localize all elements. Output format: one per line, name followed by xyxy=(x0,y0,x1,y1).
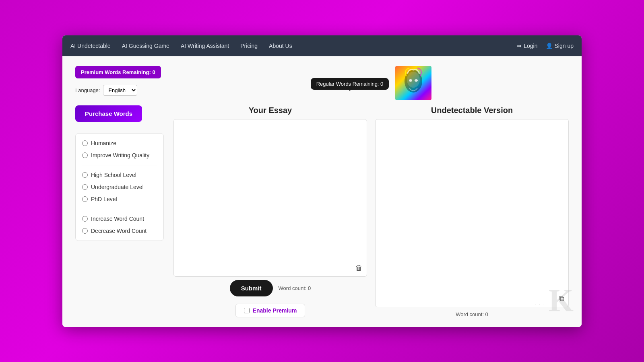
option-increase-word-count-label: Increase Word Count xyxy=(91,216,144,222)
option-high-school[interactable]: High School Level xyxy=(82,172,157,178)
nav-right: ⇒ Login 👤 Sign up xyxy=(517,43,574,49)
logo-svg xyxy=(395,66,431,100)
option-humanize[interactable]: Humanize xyxy=(82,140,157,146)
option-undergraduate-label: Undergraduate Level xyxy=(91,184,144,190)
login-label: Login xyxy=(524,43,537,49)
essay-editor-box: 🗑 xyxy=(173,119,367,277)
purchase-words-button[interactable]: Purchase Words xyxy=(75,105,142,122)
enable-premium-row: Enable Premium xyxy=(235,304,305,317)
premium-words-badge: Premium Words Remaining: 0 xyxy=(75,66,161,78)
nav-ai-guessing-game[interactable]: AI Guessing Game xyxy=(122,43,169,49)
main-content: Premium Words Remaining: 0 Language: Eng… xyxy=(62,56,582,327)
copy-icon[interactable]: ⧉ xyxy=(559,294,564,303)
signup-label: Sign up xyxy=(555,43,574,49)
option-decrease-word-count-label: Decrease Word Count xyxy=(91,228,147,234)
radio-increase-word-count[interactable] xyxy=(82,216,88,222)
undetectable-editor-box: ⧉ xyxy=(375,119,569,307)
language-row: Language: English Spanish French German xyxy=(75,85,164,96)
regular-words-badge: Regular Words Remaining: 0 xyxy=(311,78,389,90)
divider-1 xyxy=(82,165,157,165)
option-increase-word-count[interactable]: Increase Word Count xyxy=(82,216,157,222)
undetectable-textarea[interactable] xyxy=(379,123,565,304)
navbar: AI Undetectable AI Guessing Game AI Writ… xyxy=(62,35,582,56)
option-improve-writing[interactable]: Improve Writing Quality xyxy=(82,152,157,158)
enable-premium-label: Enable Premium xyxy=(253,307,297,314)
radio-high-school[interactable] xyxy=(82,172,88,178)
radio-decrease-word-count[interactable] xyxy=(82,228,88,234)
editors-row: Your Essay 🗑 Submit Word count: 0 Enable… xyxy=(173,106,569,317)
svg-point-2 xyxy=(407,72,420,88)
enable-premium-checkbox[interactable] xyxy=(244,308,250,313)
undetectable-column: Undetectable Version ⧉ Word count: 0 xyxy=(375,106,569,317)
signup-icon: 👤 xyxy=(546,43,553,49)
language-label: Language: xyxy=(75,87,100,93)
submit-button[interactable]: Submit xyxy=(230,280,273,296)
option-improve-writing-label: Improve Writing Quality xyxy=(91,152,149,158)
header-area: Regular Words Remaining: 0 xyxy=(311,66,432,102)
undetectable-word-count: Word count: 0 xyxy=(375,311,569,317)
option-phd[interactable]: PhD Level xyxy=(82,196,157,202)
option-phd-label: PhD Level xyxy=(91,196,117,202)
nav-left: AI Undetectable AI Guessing Game AI Writ… xyxy=(70,43,292,49)
sidebar: Premium Words Remaining: 0 Language: Eng… xyxy=(75,66,164,317)
option-high-school-label: High School Level xyxy=(91,172,136,178)
radio-improve-writing[interactable] xyxy=(82,152,88,158)
option-undergraduate[interactable]: Undergraduate Level xyxy=(82,184,157,190)
delete-icon[interactable]: 🗑 xyxy=(355,264,363,272)
watermark-dots: · · · xyxy=(535,301,545,307)
svg-point-3 xyxy=(409,79,412,82)
essay-textarea[interactable] xyxy=(177,123,363,273)
divider-2 xyxy=(82,209,157,209)
login-icon: ⇒ xyxy=(517,43,522,49)
nav-pricing[interactable]: Pricing xyxy=(240,43,258,49)
login-link[interactable]: ⇒ Login xyxy=(517,43,537,49)
option-decrease-word-count[interactable]: Decrease Word Count xyxy=(82,228,157,234)
nav-ai-writing-assistant[interactable]: AI Writing Assistant xyxy=(181,43,229,49)
nav-about-us[interactable]: About Us xyxy=(269,43,292,49)
essay-word-count: Word count: 0 xyxy=(279,285,311,291)
nav-ai-undetectable[interactable]: AI Undetectable xyxy=(70,43,111,49)
undetectable-title: Undetectable Version xyxy=(375,106,569,115)
options-group: Humanize Improve Writing Quality High Sc… xyxy=(75,133,164,241)
essay-title: Your Essay xyxy=(173,106,367,115)
radio-humanize[interactable] xyxy=(82,140,88,146)
svg-point-4 xyxy=(415,79,418,82)
signup-link[interactable]: 👤 Sign up xyxy=(546,43,574,49)
language-select[interactable]: English Spanish French German xyxy=(103,85,137,96)
option-humanize-label: Humanize xyxy=(91,140,116,146)
essay-column: Your Essay 🗑 Submit Word count: 0 Enable… xyxy=(173,106,367,317)
radio-undergraduate[interactable] xyxy=(82,184,88,190)
logo-image xyxy=(395,66,431,102)
radio-phd[interactable] xyxy=(82,196,88,202)
